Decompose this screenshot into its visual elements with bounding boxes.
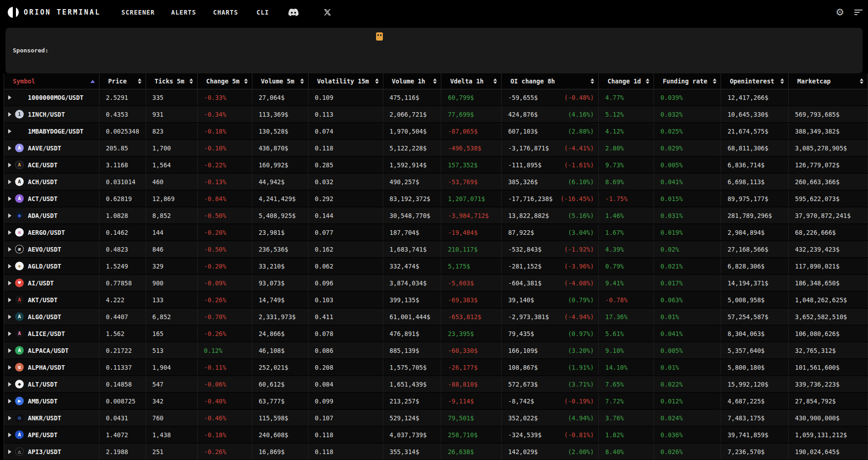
column-header-oi-change-8h[interactable]: OI change 8h (502, 73, 599, 89)
marketcap-cell: 117,890,021$ (789, 258, 868, 274)
volume-5m-cell: 93,073$ (252, 275, 309, 291)
expand-arrow-icon[interactable] (8, 129, 11, 134)
column-header-symbol[interactable]: Symbol (4, 73, 99, 89)
vdelta-1h-cell: -3,984,712$ (441, 207, 502, 223)
coin-icon: A (15, 295, 24, 304)
expand-arrow-icon[interactable] (8, 196, 11, 201)
expand-arrow-icon[interactable] (8, 95, 11, 100)
expand-arrow-icon[interactable] (8, 213, 11, 218)
marketcap-cell: 106,080,626$ (789, 326, 868, 341)
discord-icon[interactable] (288, 8, 298, 16)
expand-arrow-icon[interactable] (8, 382, 11, 387)
expand-arrow-icon[interactable] (8, 247, 11, 252)
expand-arrow-icon[interactable] (8, 163, 11, 167)
expand-arrow-icon[interactable] (8, 450, 11, 454)
ticks-5m-cell: 760 (146, 410, 198, 426)
change-5m-cell: -0.20% (198, 258, 252, 274)
expand-arrow-icon[interactable] (8, 298, 11, 302)
funding-rate-cell: 0.017% (654, 275, 721, 291)
table-row[interactable]: a AERGO/USDT 0.1462 144 -0.20% 23,981$ 0… (4, 224, 868, 241)
expand-arrow-icon[interactable] (8, 264, 11, 269)
column-header-ticks-5m[interactable]: Ticks 5m (146, 73, 198, 89)
table-row[interactable]: A ALICE/USDT 1.562 165 -0.26% 24,866$ 0.… (4, 326, 868, 342)
coin-icon: ◆ (15, 380, 24, 388)
x-twitter-icon[interactable] (324, 9, 331, 16)
table-row[interactable]: A ALGO/USDT 0.4407 6,852 -0.70% 2,331,97… (4, 309, 868, 326)
column-header-volume-5m[interactable]: Volume 5m (252, 73, 309, 89)
table-row[interactable]: 1 1INCH/USDT 0.4353 931 -0.34% 113,369$ … (4, 106, 868, 123)
marketcap-cell: 37,970,872,241$ (789, 207, 868, 223)
oi-change-8h-cell: 79,435$ (0.97%) (502, 326, 599, 341)
table-row[interactable]: ▶ AMB/USDT 0.008725 342 -0.40% 63,777$ 0… (4, 393, 868, 410)
column-header-volatility-15m[interactable]: Volatility 15m (309, 73, 383, 89)
expand-arrow-icon[interactable] (8, 416, 11, 420)
vdelta-1h-cell: 210,117$ (441, 241, 502, 257)
marketcap-cell: 595,622,073$ (789, 191, 868, 207)
table-row[interactable]: 1000000MOG/USDT 2.5291 335 -0.33% 27,064… (4, 89, 868, 106)
column-header-vdelta-1h[interactable]: Vdelta 1h (441, 73, 502, 89)
marketcap-cell: 260,663,366$ (789, 174, 868, 190)
table-row[interactable]: ♥ AI/USDT 0.77858 900 -0.09% 93,073$ 0.0… (4, 275, 868, 292)
table-row[interactable]: α ALPHA/USDT 0.11337 1,904 -0.11% 252,02… (4, 359, 868, 376)
expand-arrow-icon[interactable] (8, 146, 11, 150)
change-5m-cell: -0.18% (198, 427, 252, 443)
change-1d-cell: 4.39% (599, 241, 654, 257)
coin-icon: A (15, 160, 24, 169)
table-row[interactable]: A AAVE/USDT 205.85 1,700 -0.10% 436,870$… (4, 140, 868, 157)
table-row[interactable]: A AKT/USDT 4.222 133 -0.26% 14,749$ 0.10… (4, 292, 868, 309)
table-row[interactable]: ◎ ANKR/USDT 0.0431 760 -0.46% 115,598$ 0… (4, 410, 868, 427)
column-header-marketcap[interactable]: Marketcap (789, 73, 868, 89)
filter-menu-icon[interactable] (854, 10, 863, 15)
column-header-funding-rate[interactable]: Funding rate (654, 73, 721, 89)
table-row[interactable]: ◉ ADA/USDT 1.0828 8,852 -0.50% 5,408,925… (4, 207, 868, 224)
table-row[interactable]: A ALPACA/USDT 0.21722 513 0.12% 46,108$ … (4, 342, 868, 359)
table-row[interactable]: A APE/USDT 1.4072 1,438 -0.18% 240,608$ … (4, 427, 868, 444)
vdelta-1h-cell: 1,207,071$ (441, 191, 502, 207)
change-1d-cell: 4.12% (599, 123, 654, 139)
expand-arrow-icon[interactable] (8, 331, 11, 336)
table-row[interactable]: ◆ ALT/USDT 0.14858 547 -0.06% 60,612$ 0.… (4, 376, 868, 393)
column-header-change-5m[interactable]: Change 5m (198, 73, 252, 89)
table-row[interactable]: △ API3/USDT 2.1988 251 -0.26% 16,869$ 0.… (4, 444, 868, 460)
expand-arrow-icon[interactable] (8, 399, 11, 403)
change-1d-cell: 5.61% (599, 326, 654, 341)
table-row[interactable]: 1MBABYDOGE/USDT 0.0025348 823 -0.18% 130… (4, 123, 868, 140)
expand-arrow-icon[interactable] (8, 348, 11, 353)
table-row[interactable]: A ACT/USDT 0.62819 12,869 -0.84% 4,241,4… (4, 191, 868, 207)
column-header-openinterest[interactable]: Openinterest (721, 73, 789, 89)
oi-change-pct: (-16.45%) (560, 195, 594, 202)
volume-1h-cell: 61,001,444$ (383, 309, 442, 325)
expand-arrow-icon[interactable] (8, 433, 11, 437)
nav-item-cli[interactable]: CLI (256, 9, 269, 16)
coin-icon: A (15, 346, 24, 355)
nav-item-alerts[interactable]: ALERTS (171, 9, 196, 16)
expand-arrow-icon[interactable] (8, 112, 11, 117)
column-header-change-1d[interactable]: Change 1d (599, 73, 654, 89)
change-1d-cell: 9.73% (599, 157, 654, 173)
change-1d-cell: 9.10% (599, 342, 654, 358)
volume-5m-cell: 23,981$ (252, 224, 309, 240)
table-row[interactable]: A ACE/USDT 3.1168 1,564 -0.22% 160,992$ … (4, 157, 868, 174)
oi-change-8h-cell: -3,176,871$ (-4.41%) (502, 140, 599, 156)
table-row[interactable]: ◈ AGLD/USDT 1.5249 329 -0.20% 33,210$ 0.… (4, 258, 868, 275)
column-header-price[interactable]: Price (99, 73, 146, 89)
funding-rate-cell: 0.025% (654, 123, 721, 139)
nav-item-screener[interactable]: SCREENER (121, 9, 155, 16)
expand-arrow-icon[interactable] (8, 315, 11, 319)
nav-item-charts[interactable]: CHARTS (213, 9, 238, 16)
price-cell: 0.21722 (99, 342, 146, 358)
expand-arrow-icon[interactable] (8, 281, 11, 285)
change-1d-cell: 1.82% (599, 427, 654, 443)
oi-change-pct: (-4.08%) (564, 279, 594, 287)
settings-gear-icon[interactable]: ⚙ (836, 7, 844, 18)
expand-arrow-icon[interactable] (8, 365, 11, 370)
column-header-volume-1h[interactable]: Volume 1h (383, 73, 442, 89)
ticks-5m-cell: 165 (146, 326, 198, 341)
table-row[interactable]: A ACH/USDT 0.031014 460 -0.13% 44,942$ 0… (4, 174, 868, 191)
brand[interactable]: ORION TERMINAL (8, 7, 100, 18)
expand-arrow-icon[interactable] (8, 230, 11, 235)
volatility-15m-cell: 0.099 (309, 393, 383, 409)
volume-5m-cell: 46,108$ (252, 342, 309, 358)
table-row[interactable]: æ AEVO/USDT 0.4823 846 -0.50% 236,536$ 0… (4, 241, 868, 258)
expand-arrow-icon[interactable] (8, 180, 11, 184)
